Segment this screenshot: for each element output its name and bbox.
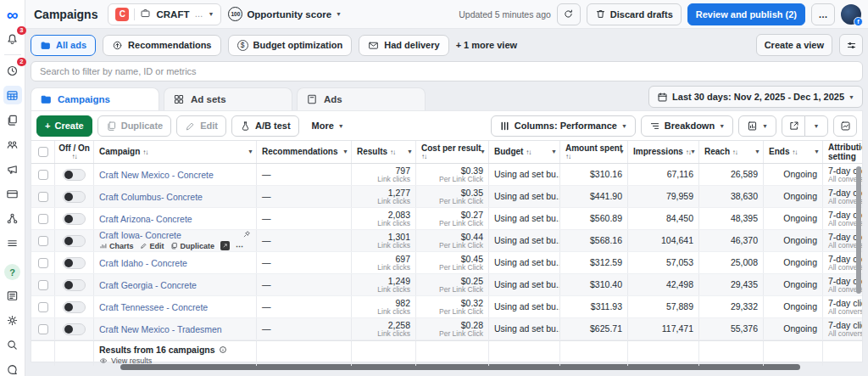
filter-caret-icon[interactable]: ▼ (407, 149, 413, 155)
campaign-link[interactable]: Craft Iowa- Concrete (99, 230, 181, 240)
meta-logo-icon[interactable]: ∞ (3, 5, 22, 24)
search-input[interactable] (31, 61, 863, 81)
settings-gear-icon[interactable] (3, 311, 22, 329)
header-ends[interactable]: Ends ↑↓ ▼ (764, 141, 823, 163)
select-all-checkbox[interactable] (38, 147, 48, 157)
table-row[interactable]: Craft Columbus- Concrete Charts Edit Dup… (31, 186, 862, 208)
preview-action[interactable] (220, 241, 230, 250)
notifications-bell-icon[interactable]: 3 (3, 30, 22, 48)
campaign-toggle[interactable] (63, 323, 86, 335)
filter-caret-icon[interactable]: ▼ (248, 149, 253, 155)
campaign-link[interactable]: Craft Arizona- Concrete (99, 214, 192, 224)
header-recommendations[interactable]: Recommendations ▼ (257, 141, 352, 163)
campaign-toggle[interactable] (63, 235, 86, 247)
edit-button[interactable]: Edit (176, 115, 226, 137)
duplicate-button[interactable]: Duplicate (97, 115, 172, 137)
create-view-button[interactable]: Create a view (756, 34, 832, 56)
view-results-link[interactable]: View results (99, 356, 251, 365)
campaign-link[interactable]: Craft Georgia - Concrete (99, 280, 197, 290)
view-all-ads[interactable]: All ads (31, 35, 96, 56)
campaign-link[interactable]: Craft New Mexico - Tradesmen (99, 324, 222, 334)
more-menu-button[interactable]: More ▼ (304, 115, 352, 137)
campaign-toggle[interactable] (63, 301, 86, 313)
ads-manager-icon[interactable] (3, 86, 22, 104)
filter-caret-icon[interactable]: ▼ (754, 149, 760, 155)
megaphone-icon[interactable] (3, 160, 22, 178)
header-results[interactable]: Results ↑↓ ▼ (352, 141, 416, 163)
campaign-toggle[interactable] (63, 257, 86, 269)
export-button[interactable] (782, 115, 805, 137)
row-checkbox[interactable] (38, 324, 48, 334)
campaign-toggle[interactable] (63, 213, 86, 225)
campaign-link[interactable]: Craft Idaho - Concrete (99, 258, 187, 268)
filter-caret-icon[interactable]: ▼ (480, 149, 486, 155)
row-checkbox[interactable] (38, 214, 48, 224)
tab-campaigns[interactable]: Campaigns (31, 87, 159, 110)
header-amount-spent[interactable]: Amount spent ↑↓ ▼ (560, 141, 628, 163)
duplicate-action[interactable]: Duplicate (170, 242, 215, 250)
refresh-button[interactable] (557, 3, 581, 25)
row-checkbox[interactable] (38, 170, 48, 180)
user-avatar[interactable]: f (841, 4, 861, 25)
ab-test-button[interactable]: A/B test (231, 115, 299, 137)
campaign-toggle[interactable] (63, 279, 86, 291)
filter-caret-icon[interactable]: ▼ (551, 149, 557, 155)
more-views-button[interactable]: + 1 more view (456, 40, 517, 50)
row-checkbox[interactable] (38, 236, 48, 246)
filter-caret-icon[interactable]: ▼ (342, 149, 348, 155)
header-campaign[interactable]: Campaign ↑↓ ▼ (94, 141, 257, 163)
vertical-scrollbar[interactable] (856, 166, 861, 294)
tab-ad-sets[interactable]: Ad sets (164, 87, 292, 110)
filter-caret-icon[interactable]: ▼ (814, 149, 820, 155)
edit-action[interactable]: Edit (140, 242, 164, 250)
row-checkbox[interactable] (38, 192, 48, 202)
pages-icon[interactable] (3, 110, 22, 129)
help-icon[interactable]: ? (4, 264, 20, 280)
updates-icon[interactable] (3, 286, 22, 305)
header-off-on[interactable]: Off / On ↑↓ (55, 141, 94, 163)
table-row[interactable]: Craft Idaho - Concrete Charts Edit Dupli… (31, 252, 862, 274)
row-more-action[interactable]: ⋯ (236, 242, 243, 250)
opportunity-score[interactable]: 100 Opportunity score ▼ (228, 7, 342, 21)
view-had-delivery[interactable]: Had delivery (359, 35, 448, 56)
export-options-button[interactable]: ▼ (804, 115, 828, 137)
view-budget-optimization[interactable]: $ Budget optimization (228, 35, 353, 56)
search-icon[interactable] (3, 335, 22, 354)
campaign-toggle[interactable] (63, 169, 86, 181)
charts-action[interactable]: Charts (99, 242, 134, 250)
view-settings-button[interactable] (839, 34, 863, 56)
date-range-button[interactable]: Last 30 days: Nov 2, 2025 - Dec 1, 2025 … (648, 86, 863, 108)
header-attribution[interactable]: Attribution setting (823, 141, 862, 163)
review-publish-button[interactable]: Review and publish (2) (687, 3, 805, 25)
campaign-link[interactable]: Craft Columbus- Concrete (99, 192, 203, 202)
events-manager-icon[interactable] (3, 209, 22, 227)
header-cost-per-result[interactable]: Cost per result ↑↓ ▼ (416, 141, 489, 163)
campaign-link[interactable]: Craft New Mexico - Concrete (99, 170, 214, 180)
discard-drafts-button[interactable]: Discard drafts (587, 3, 682, 25)
support-chat-icon[interactable] (3, 360, 22, 376)
more-options-button[interactable]: … (811, 3, 835, 25)
create-button[interactable]: + Create (36, 115, 92, 137)
tab-ads[interactable]: Ads (297, 87, 426, 110)
header-reach[interactable]: Reach ↑↓ ▼ (699, 141, 764, 163)
all-tools-menu-icon[interactable] (3, 233, 22, 252)
header-impressions[interactable]: Impressions ↑↓ ▼ (628, 141, 699, 163)
breakdown-button[interactable]: Breakdown ▼ (641, 115, 733, 137)
table-row[interactable]: Craft Arizona- Concrete Charts Edit Dupl… (31, 208, 862, 230)
account-selector[interactable]: C CRAFT … ▼ (108, 3, 221, 25)
audiences-icon[interactable] (3, 135, 22, 154)
row-checkbox[interactable] (38, 258, 48, 268)
billing-icon[interactable] (3, 184, 22, 203)
view-recommendations[interactable]: Recommendations (103, 35, 220, 56)
reports-button[interactable]: ▼ (738, 115, 776, 137)
account-overview-icon[interactable]: 2 (3, 61, 22, 80)
header-budget[interactable]: Budget ↑↓ ▼ (489, 141, 560, 163)
campaign-link[interactable]: Craft Tennessee - Concrete (99, 302, 208, 312)
filter-caret-icon[interactable]: ▼ (619, 149, 625, 155)
row-checkbox[interactable] (38, 280, 48, 290)
table-row[interactable]: Craft New Mexico - Concrete Charts Edit … (31, 164, 862, 186)
columns-button[interactable]: Columns: Performance ▼ (491, 115, 636, 137)
row-checkbox[interactable] (38, 302, 48, 312)
table-row[interactable]: Craft Iowa- Concrete Charts Edit Duplica… (31, 230, 862, 252)
table-row[interactable]: Craft Tennessee - Concrete Charts Edit D… (31, 296, 862, 318)
